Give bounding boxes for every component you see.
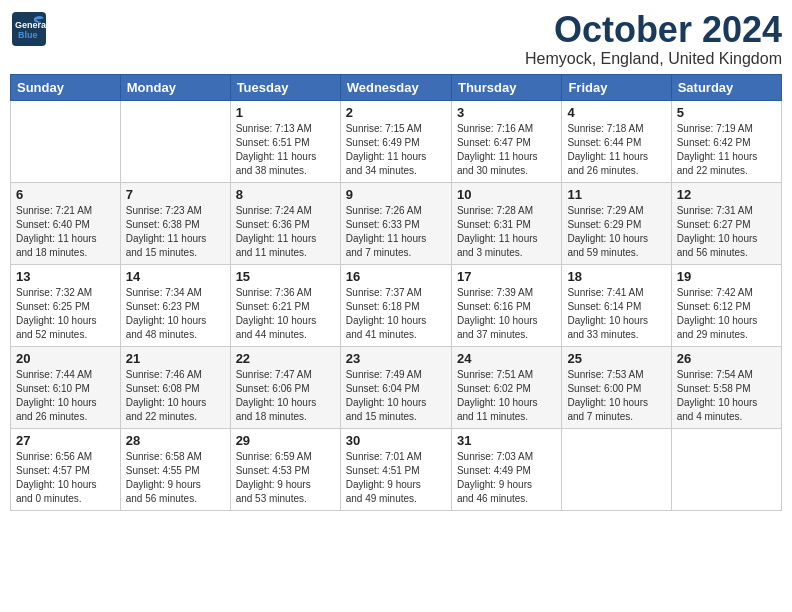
day-number: 21: [126, 351, 225, 366]
calendar-cell: 9Sunrise: 7:26 AM Sunset: 6:33 PM Daylig…: [340, 182, 451, 264]
weekday-header-friday: Friday: [562, 74, 671, 100]
calendar-cell: 6Sunrise: 7:21 AM Sunset: 6:40 PM Daylig…: [11, 182, 121, 264]
calendar-cell: 1Sunrise: 7:13 AM Sunset: 6:51 PM Daylig…: [230, 100, 340, 182]
day-details: Sunrise: 7:41 AM Sunset: 6:14 PM Dayligh…: [567, 286, 665, 342]
week-row-1: 1Sunrise: 7:13 AM Sunset: 6:51 PM Daylig…: [11, 100, 782, 182]
calendar-cell: [562, 428, 671, 510]
day-number: 17: [457, 269, 556, 284]
day-details: Sunrise: 7:53 AM Sunset: 6:00 PM Dayligh…: [567, 368, 665, 424]
day-details: Sunrise: 7:19 AM Sunset: 6:42 PM Dayligh…: [677, 122, 776, 178]
day-details: Sunrise: 7:29 AM Sunset: 6:29 PM Dayligh…: [567, 204, 665, 260]
calendar-cell: 20Sunrise: 7:44 AM Sunset: 6:10 PM Dayli…: [11, 346, 121, 428]
calendar-cell: [11, 100, 121, 182]
weekday-header-thursday: Thursday: [451, 74, 561, 100]
calendar-cell: [671, 428, 781, 510]
day-number: 5: [677, 105, 776, 120]
calendar-cell: 23Sunrise: 7:49 AM Sunset: 6:04 PM Dayli…: [340, 346, 451, 428]
day-number: 16: [346, 269, 446, 284]
calendar-cell: 5Sunrise: 7:19 AM Sunset: 6:42 PM Daylig…: [671, 100, 781, 182]
day-details: Sunrise: 7:37 AM Sunset: 6:18 PM Dayligh…: [346, 286, 446, 342]
day-number: 2: [346, 105, 446, 120]
day-details: Sunrise: 7:24 AM Sunset: 6:36 PM Dayligh…: [236, 204, 335, 260]
day-number: 19: [677, 269, 776, 284]
title-section: October 2024 Hemyock, England, United Ki…: [525, 10, 782, 68]
calendar-cell: 31Sunrise: 7:03 AM Sunset: 4:49 PM Dayli…: [451, 428, 561, 510]
calendar-cell: 12Sunrise: 7:31 AM Sunset: 6:27 PM Dayli…: [671, 182, 781, 264]
month-title: October 2024: [525, 10, 782, 50]
calendar-cell: [120, 100, 230, 182]
logo: General Blue: [10, 10, 48, 48]
day-details: Sunrise: 7:51 AM Sunset: 6:02 PM Dayligh…: [457, 368, 556, 424]
day-details: Sunrise: 7:26 AM Sunset: 6:33 PM Dayligh…: [346, 204, 446, 260]
day-details: Sunrise: 7:34 AM Sunset: 6:23 PM Dayligh…: [126, 286, 225, 342]
calendar-cell: 14Sunrise: 7:34 AM Sunset: 6:23 PM Dayli…: [120, 264, 230, 346]
day-number: 10: [457, 187, 556, 202]
weekday-header-monday: Monday: [120, 74, 230, 100]
calendar-cell: 29Sunrise: 6:59 AM Sunset: 4:53 PM Dayli…: [230, 428, 340, 510]
day-number: 4: [567, 105, 665, 120]
day-number: 20: [16, 351, 115, 366]
location: Hemyock, England, United Kingdom: [525, 50, 782, 68]
logo-icon: General Blue: [10, 10, 48, 48]
day-details: Sunrise: 7:03 AM Sunset: 4:49 PM Dayligh…: [457, 450, 556, 506]
day-number: 30: [346, 433, 446, 448]
day-details: Sunrise: 7:13 AM Sunset: 6:51 PM Dayligh…: [236, 122, 335, 178]
calendar-cell: 28Sunrise: 6:58 AM Sunset: 4:55 PM Dayli…: [120, 428, 230, 510]
day-details: Sunrise: 7:01 AM Sunset: 4:51 PM Dayligh…: [346, 450, 446, 506]
week-row-5: 27Sunrise: 6:56 AM Sunset: 4:57 PM Dayli…: [11, 428, 782, 510]
svg-text:Blue: Blue: [18, 30, 38, 40]
day-details: Sunrise: 7:28 AM Sunset: 6:31 PM Dayligh…: [457, 204, 556, 260]
calendar-table: SundayMondayTuesdayWednesdayThursdayFrid…: [10, 74, 782, 511]
day-number: 25: [567, 351, 665, 366]
calendar-cell: 3Sunrise: 7:16 AM Sunset: 6:47 PM Daylig…: [451, 100, 561, 182]
day-details: Sunrise: 7:44 AM Sunset: 6:10 PM Dayligh…: [16, 368, 115, 424]
week-row-2: 6Sunrise: 7:21 AM Sunset: 6:40 PM Daylig…: [11, 182, 782, 264]
day-details: Sunrise: 7:36 AM Sunset: 6:21 PM Dayligh…: [236, 286, 335, 342]
day-details: Sunrise: 7:23 AM Sunset: 6:38 PM Dayligh…: [126, 204, 225, 260]
calendar-cell: 15Sunrise: 7:36 AM Sunset: 6:21 PM Dayli…: [230, 264, 340, 346]
day-details: Sunrise: 7:18 AM Sunset: 6:44 PM Dayligh…: [567, 122, 665, 178]
calendar-cell: 30Sunrise: 7:01 AM Sunset: 4:51 PM Dayli…: [340, 428, 451, 510]
day-number: 6: [16, 187, 115, 202]
day-details: Sunrise: 7:49 AM Sunset: 6:04 PM Dayligh…: [346, 368, 446, 424]
page-header: General Blue October 2024 Hemyock, Engla…: [10, 10, 782, 68]
calendar-cell: 24Sunrise: 7:51 AM Sunset: 6:02 PM Dayli…: [451, 346, 561, 428]
day-number: 24: [457, 351, 556, 366]
day-number: 15: [236, 269, 335, 284]
svg-text:General: General: [15, 20, 48, 30]
calendar-cell: 25Sunrise: 7:53 AM Sunset: 6:00 PM Dayli…: [562, 346, 671, 428]
day-details: Sunrise: 7:15 AM Sunset: 6:49 PM Dayligh…: [346, 122, 446, 178]
day-number: 26: [677, 351, 776, 366]
week-row-4: 20Sunrise: 7:44 AM Sunset: 6:10 PM Dayli…: [11, 346, 782, 428]
calendar-cell: 22Sunrise: 7:47 AM Sunset: 6:06 PM Dayli…: [230, 346, 340, 428]
day-details: Sunrise: 7:16 AM Sunset: 6:47 PM Dayligh…: [457, 122, 556, 178]
day-details: Sunrise: 6:56 AM Sunset: 4:57 PM Dayligh…: [16, 450, 115, 506]
calendar-cell: 27Sunrise: 6:56 AM Sunset: 4:57 PM Dayli…: [11, 428, 121, 510]
day-number: 29: [236, 433, 335, 448]
calendar-cell: 21Sunrise: 7:46 AM Sunset: 6:08 PM Dayli…: [120, 346, 230, 428]
day-number: 11: [567, 187, 665, 202]
day-number: 22: [236, 351, 335, 366]
day-details: Sunrise: 6:59 AM Sunset: 4:53 PM Dayligh…: [236, 450, 335, 506]
day-details: Sunrise: 7:32 AM Sunset: 6:25 PM Dayligh…: [16, 286, 115, 342]
day-details: Sunrise: 6:58 AM Sunset: 4:55 PM Dayligh…: [126, 450, 225, 506]
day-number: 18: [567, 269, 665, 284]
week-row-3: 13Sunrise: 7:32 AM Sunset: 6:25 PM Dayli…: [11, 264, 782, 346]
day-number: 13: [16, 269, 115, 284]
day-number: 23: [346, 351, 446, 366]
weekday-header-tuesday: Tuesday: [230, 74, 340, 100]
day-details: Sunrise: 7:39 AM Sunset: 6:16 PM Dayligh…: [457, 286, 556, 342]
day-number: 3: [457, 105, 556, 120]
weekday-header-row: SundayMondayTuesdayWednesdayThursdayFrid…: [11, 74, 782, 100]
day-details: Sunrise: 7:31 AM Sunset: 6:27 PM Dayligh…: [677, 204, 776, 260]
weekday-header-saturday: Saturday: [671, 74, 781, 100]
day-details: Sunrise: 7:54 AM Sunset: 5:58 PM Dayligh…: [677, 368, 776, 424]
weekday-header-sunday: Sunday: [11, 74, 121, 100]
day-number: 7: [126, 187, 225, 202]
day-number: 14: [126, 269, 225, 284]
calendar-cell: 19Sunrise: 7:42 AM Sunset: 6:12 PM Dayli…: [671, 264, 781, 346]
day-details: Sunrise: 7:46 AM Sunset: 6:08 PM Dayligh…: [126, 368, 225, 424]
calendar-cell: 13Sunrise: 7:32 AM Sunset: 6:25 PM Dayli…: [11, 264, 121, 346]
day-number: 12: [677, 187, 776, 202]
calendar-cell: 26Sunrise: 7:54 AM Sunset: 5:58 PM Dayli…: [671, 346, 781, 428]
